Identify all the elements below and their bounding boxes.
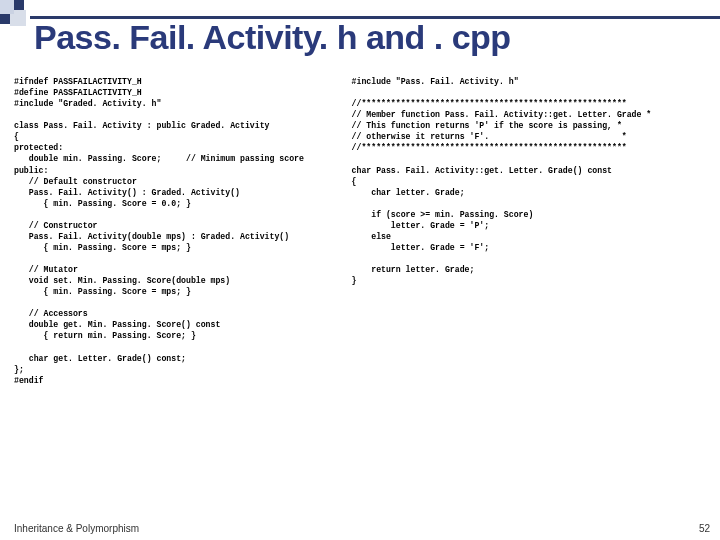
code-container: #ifndef PASSFAILACTIVITY_H #define PASSF… [14,76,706,496]
slide-title: Pass. Fail. Activity. h and . cpp [34,18,511,57]
footer-text: Inheritance & Polymorphism [14,523,139,534]
code-right-cpp-file: #include "Pass. Fail. Activity. h" //***… [352,76,706,496]
slide-number: 52 [699,523,710,534]
code-left-header-file: #ifndef PASSFAILACTIVITY_H #define PASSF… [14,76,352,496]
